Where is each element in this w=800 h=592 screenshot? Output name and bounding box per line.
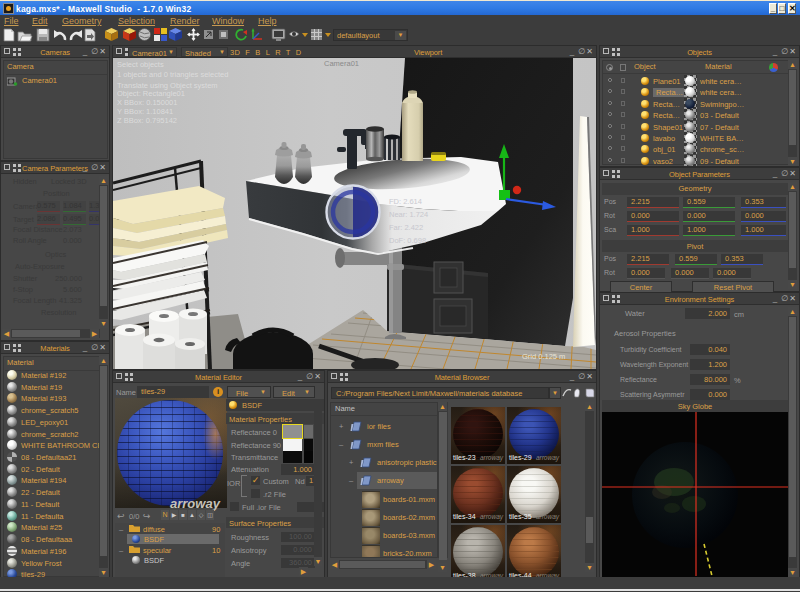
svg-text:FD: 2.614: FD: 2.614 xyxy=(389,197,422,206)
svg-text:Select objects: Select objects xyxy=(117,60,164,69)
svg-text:Far: 2.422: Far: 2.422 xyxy=(389,223,423,232)
svg-text:X BBox: 0.150001: X BBox: 0.150001 xyxy=(117,98,177,107)
svg-text:Near: 1.724: Near: 1.724 xyxy=(389,210,428,219)
svg-text:Z BBox: 0.795142: Z BBox: 0.795142 xyxy=(117,116,177,125)
svg-text:Camera01: Camera01 xyxy=(324,59,359,68)
svg-text:1 objects and 0 triangles sele: 1 objects and 0 triangles selected xyxy=(117,70,228,79)
svg-text:Grid 0.125 m: Grid 0.125 m xyxy=(522,352,565,361)
svg-text:Object: Rectangle01: Object: Rectangle01 xyxy=(117,89,185,98)
svg-text:Y BBox: 1.10841: Y BBox: 1.10841 xyxy=(117,107,173,116)
svg-text:DoF: 0.698: DoF: 0.698 xyxy=(389,236,426,245)
